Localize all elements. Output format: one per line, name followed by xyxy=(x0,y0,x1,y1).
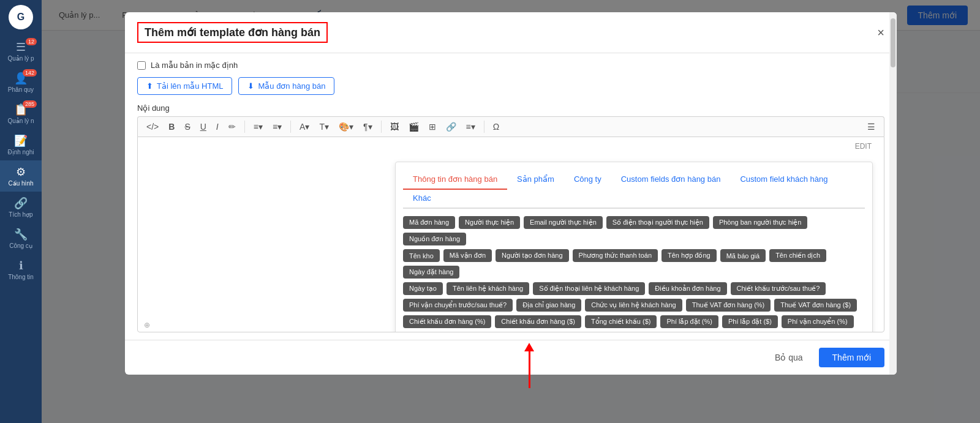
tag-sdt-lien-he[interactable]: Số điện thoại liên hệ khách hàng xyxy=(533,282,645,295)
sidebar-item-quanly[interactable]: 285 📋 Quản lý n xyxy=(0,98,42,129)
tag-dia-chi-giao-hang[interactable]: Địa chỉ giao hàng xyxy=(516,299,581,312)
submit-button[interactable]: Thêm mới xyxy=(819,348,884,367)
sidebar-item-label: Định nghi xyxy=(7,149,34,155)
modal: Thêm mới template đơn hàng bán × Là mẫu … xyxy=(125,12,897,375)
tag-phi-van-chuyen-dollar[interactable]: Phí vận chuyển ($) xyxy=(403,332,473,332)
cancel-button[interactable]: Bỏ qua xyxy=(765,348,813,367)
panel-tabs: Thông tin đơn hàng bán Sản phẩm Công ty … xyxy=(403,170,865,209)
toolbar-strikethrough[interactable]: S xyxy=(182,121,192,133)
tag-tong-diem-thuong[interactable]: Tổng điểm thưởng xyxy=(477,332,545,332)
tag-nguon-don-hang[interactable]: Nguồn đơn hàng xyxy=(403,233,466,245)
tag-chuc-vu-lien-he[interactable]: Chức vụ liên hệ khách hàng xyxy=(585,299,682,312)
tag-chiet-khau-truoc-sau[interactable]: Chiết khấu trước/sau thuế? xyxy=(731,282,826,295)
tag-ten-chien-dich[interactable]: Tên chiến dịch xyxy=(769,249,826,262)
mau-don-button[interactable]: ⬇ Mẫu đơn hàng bán xyxy=(238,77,334,95)
tag-chiet-khau-dollar[interactable]: Chiết khấu đơn hàng ($) xyxy=(495,315,581,328)
tag-chiet-khau-pct[interactable]: Chiết khấu đơn hàng (%) xyxy=(403,315,491,328)
toolbar-font-a[interactable]: A▾ xyxy=(297,121,312,133)
app-logo[interactable]: G xyxy=(9,5,33,29)
toolbar-sep-1 xyxy=(244,121,245,133)
tag-phi-lap-dat-pct[interactable]: Phí lắp đặt (%) xyxy=(660,315,718,328)
tag-tong-chiet-khau[interactable]: Tổng chiết khấu ($) xyxy=(585,315,657,328)
tag-ma-don-hang[interactable]: Mã đơn hàng xyxy=(403,216,455,229)
tag-nguoi-thuc-hien[interactable]: Người thực hiện xyxy=(459,216,520,229)
tab-cong-ty[interactable]: Công ty xyxy=(564,170,611,190)
tag-doanh-thu[interactable]: Doanh thu xyxy=(663,332,706,332)
tag-email-nguoi[interactable]: Email người thực hiện xyxy=(524,216,603,229)
tab-san-pham[interactable]: Sản phẩm xyxy=(507,170,564,190)
editor-resize-handle[interactable]: ⊕ xyxy=(144,321,150,329)
thong-tin-icon: ℹ xyxy=(19,259,23,272)
toolbar-code[interactable]: </> xyxy=(144,121,161,133)
tag-tong-tien-thuong[interactable]: Tổng tiền thưởng xyxy=(549,332,614,332)
sidebar-item-cauhinh[interactable]: ⚙ Cấu hình xyxy=(0,160,42,192)
scroll-indicator[interactable] xyxy=(889,12,897,375)
toolbar-color[interactable]: 🎨▾ xyxy=(336,121,356,133)
tag-thue-vat-pct[interactable]: Thuế VAT đơn hàng (%) xyxy=(686,299,771,312)
toolbar-sep-3 xyxy=(381,121,382,133)
sidebar-item-dinhnghia[interactable]: 📝 Định nghi xyxy=(0,129,42,160)
sidebar-item-label: Công cụ xyxy=(9,242,32,249)
toolbar-image[interactable]: 🖼 xyxy=(388,121,401,133)
tags-row-6: Phí vận chuyển ($) Tổng điểm thưởng Tổng… xyxy=(403,332,865,332)
modal-close-button[interactable]: × xyxy=(877,26,884,40)
cong-cu-icon: 🔧 xyxy=(14,228,28,241)
toolbar-list-view[interactable]: ☰ xyxy=(865,121,878,133)
tag-ngay-tao[interactable]: Ngày tạo xyxy=(403,282,443,295)
tag-phi-van-chuyen-truoc-sau[interactable]: Phí vận chuyển trước/sau thuế? xyxy=(403,299,513,312)
tag-ten-kho[interactable]: Tên kho xyxy=(403,249,440,262)
sidebar-item-label: Tích hợp xyxy=(9,211,32,218)
toolbar-table[interactable]: ⊞ xyxy=(426,121,439,133)
tag-doanh-so[interactable]: Doanh số xyxy=(617,332,659,332)
toolbar-highlight[interactable]: ✏ xyxy=(226,121,238,133)
tag-doanh-thu-chu[interactable]: Doanh thu (chữ) xyxy=(710,332,771,332)
sidebar-item-tich-hop[interactable]: 🔗 Tích hợp xyxy=(0,192,42,223)
modal-footer: Bỏ qua Thêm mới xyxy=(125,340,897,375)
toolbar-list1[interactable]: ≡▾ xyxy=(251,121,265,133)
toolbar-para[interactable]: ¶▾ xyxy=(361,121,375,133)
toolbar-link[interactable]: 🔗 xyxy=(443,121,459,133)
tag-ma-van-don[interactable]: Mã vận đơn xyxy=(443,249,492,262)
tab-custom-fields-don[interactable]: Custom fields đơn hàng bán xyxy=(611,170,731,190)
tag-sdt-nguoi[interactable]: Số điện thoại người thực hiện xyxy=(606,216,709,229)
toolbar-font-t[interactable]: T▾ xyxy=(317,121,331,133)
tag-dieu-khoan[interactable]: Điều khoản đơn hàng xyxy=(649,282,726,295)
toolbar-bold[interactable]: B xyxy=(166,121,177,133)
toolbar-omega[interactable]: Ω xyxy=(491,121,502,133)
tag-nguoi-tao[interactable]: Người tạo đơn hàng xyxy=(496,249,569,262)
tag-phuong-thuc-tt[interactable]: Phương thức thanh toán xyxy=(573,249,658,262)
tag-ten-hop-dong[interactable]: Tên hợp đồng xyxy=(662,249,717,262)
tag-ma-bao-gia[interactable]: Mã báo giá xyxy=(720,249,766,262)
toolbar-video[interactable]: 🎬 xyxy=(406,121,421,133)
tag-thue-vat-dollar[interactable]: Thuế VAT đơn hàng ($) xyxy=(774,299,857,312)
sidebar-item-cong-cu[interactable]: 🔧 Công cụ xyxy=(0,223,42,254)
sidebar-item-label: Thông tin xyxy=(8,274,34,280)
tag-ngay-dat-hang[interactable]: Ngày đặt hàng xyxy=(403,266,459,279)
upload-html-button[interactable]: ⬆ Tải lên mẫu HTML xyxy=(137,77,232,95)
checkbox-label: Là mẫu bản in mặc định xyxy=(151,61,238,70)
tab-thong-tin-don[interactable]: Thông tin đơn hàng bán xyxy=(403,170,507,190)
tab-custom-field-kh[interactable]: Custom field khách hàng xyxy=(730,170,837,190)
toolbar-italic[interactable]: I xyxy=(214,121,221,133)
default-template-checkbox[interactable] xyxy=(137,61,146,70)
tags-row-2: Tên kho Mã vận đơn Người tạo đơn hàng Ph… xyxy=(403,249,865,279)
editor-area[interactable]: ⊕ Thông tin đơn hàng bán Sản phẩm Công t… xyxy=(137,137,884,332)
arrow-line xyxy=(529,351,530,388)
tag-phi-van-chuyen-pct[interactable]: Phí vận chuyển (%) xyxy=(782,315,854,328)
badge-quanly: 285 xyxy=(23,100,37,108)
sidebar: G 12 ☰ Quản lý p 142 👤 Phân quy 285 📋 Qu… xyxy=(0,0,42,423)
sidebar-item-manage[interactable]: 12 ☰ Quản lý p xyxy=(0,36,42,67)
download-icon: ⬇ xyxy=(247,81,254,91)
tag-phi-lap-dat-dollar[interactable]: Phí lắp đặt ($) xyxy=(722,315,778,328)
toolbar-list2[interactable]: ≡▾ xyxy=(270,121,284,133)
tag-ten-lien-he[interactable]: Tên liên hệ khách hàng xyxy=(447,282,529,295)
toolbar-underline[interactable]: U xyxy=(198,121,209,133)
sidebar-item-phanquyen[interactable]: 142 👤 Phân quy xyxy=(0,67,42,98)
tab-khac[interactable]: Khác xyxy=(403,189,441,209)
sidebar-item-label: Phân quy xyxy=(8,86,34,93)
toolbar-align[interactable]: ≡▾ xyxy=(464,121,478,133)
tag-phong-ban[interactable]: Phòng ban người thực hiện xyxy=(713,216,807,229)
sidebar-item-thong-tin[interactable]: ℹ Thông tin xyxy=(0,254,42,285)
sidebar-item-label: Cấu hình xyxy=(8,180,33,187)
toolbar-sep-4 xyxy=(484,121,484,133)
